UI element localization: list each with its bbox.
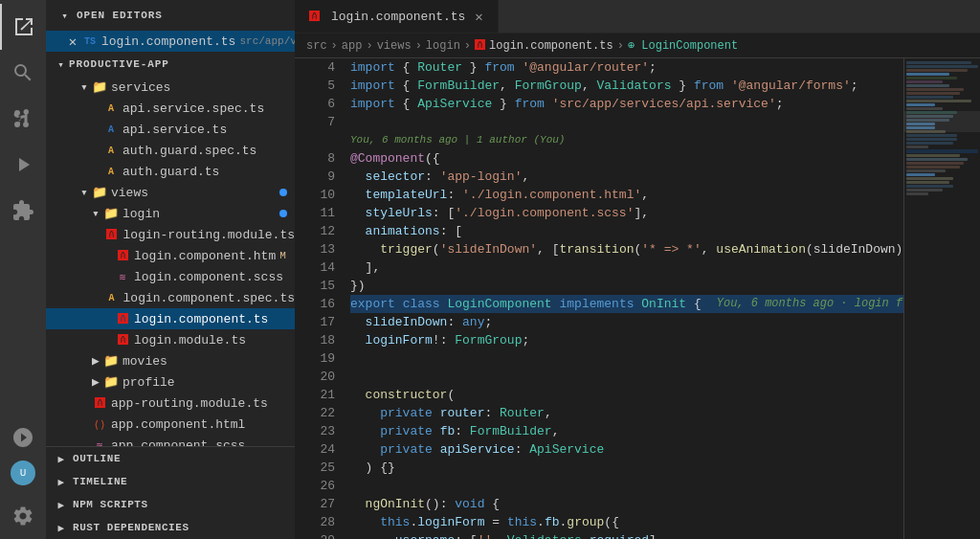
scss-icon: ≋ — [92, 438, 107, 446]
ng-icon: 🅰 — [92, 395, 107, 411]
main-content: 🅰 login.component.ts ✕ src › app › views… — [295, 0, 980, 539]
auth-guard-icon: A — [103, 164, 119, 179]
code-line — [350, 368, 903, 386]
code-line: constructor( — [350, 386, 903, 404]
folder-icon: 📁 — [92, 79, 107, 95]
code-line: private apiService: ApiService — [350, 440, 903, 459]
file-tree: ▾ 📁 services A api.service.spec.ts A api… — [46, 77, 295, 446]
sidebar-footer: ▶ OUTLINE ▶ TIMELINE ▶ NPM SCRIPTS ▶ RUS… — [46, 446, 295, 539]
api-service-file[interactable]: A api.service.ts — [46, 119, 295, 140]
timeline-chevron: ▶ — [54, 474, 69, 489]
code-line: private fb: FormBuilder, — [350, 422, 903, 440]
login-chevron: ▾ — [88, 206, 103, 221]
user-avatar[interactable]: U — [11, 460, 35, 485]
open-editors-chevron: ▾ — [57, 8, 73, 23]
movies-folder[interactable]: ▶ 📁 movies — [46, 350, 295, 371]
code-line: slideInDown: any; — [350, 313, 903, 331]
login-component-html-file[interactable]: 🅰 login.component.htm M — [46, 245, 295, 266]
code-line: username: ['', Validators.required], — [350, 531, 903, 539]
code-line: ngOnInit(): void { — [350, 495, 903, 513]
login-component-spec-file[interactable]: A login.component.spec.ts — [46, 287, 295, 308]
project-chevron: ▾ — [54, 56, 69, 72]
code-line: import { Router } from '@angular/router'… — [350, 58, 903, 77]
project-root[interactable]: ▾ PRODUCTIVE-APP — [46, 52, 295, 77]
remote-activity-item[interactable] — [0, 415, 46, 460]
ts-spec-icon: A — [103, 101, 119, 116]
code-line: this.loginForm = this.fb.group({ — [350, 513, 903, 531]
ng-icon: 🅰 — [104, 227, 120, 242]
breadcrumb: src › app › views › login › 🅰 login.comp… — [295, 34, 980, 58]
auth-guard-file[interactable]: A auth.guard.ts — [46, 161, 295, 182]
views-badge — [279, 189, 287, 196]
explorer-activity-item[interactable] — [0, 4, 46, 50]
folder-icon: 📁 — [92, 185, 107, 200]
code-line: ], — [350, 258, 903, 277]
app-routing-file[interactable]: 🅰 app-routing.module.ts — [46, 393, 295, 414]
extensions-activity-item[interactable] — [0, 188, 46, 234]
code-line: trigger('slideInDown', [transition('* =>… — [350, 240, 903, 258]
movies-chevron: ▶ — [88, 353, 103, 369]
npm-scripts-section[interactable]: ▶ NPM SCRIPTS — [46, 493, 295, 516]
blame-line: You, 6 months ago | 1 author (You) — [350, 131, 903, 149]
settings-activity-item[interactable] — [0, 493, 46, 539]
search-activity-item[interactable] — [0, 50, 46, 96]
activity-bar: U — [0, 0, 46, 539]
profile-folder[interactable]: ▶ 📁 profile — [46, 371, 295, 393]
login-component-ts-file[interactable]: 🅰 login.component.ts — [46, 308, 295, 329]
rust-dependencies-section[interactable]: ▶ RUST DEPENDENCIES — [46, 516, 295, 539]
minimap — [903, 58, 980, 539]
login-component-scss-file[interactable]: ≋ login.component.scss — [46, 266, 295, 287]
open-editor-login-component[interactable]: ✕ TS login.component.ts src/app/v... — [46, 31, 295, 52]
login-badge — [279, 210, 287, 217]
run-activity-item[interactable] — [0, 142, 46, 188]
tab-close-button[interactable]: ✕ — [471, 9, 486, 24]
outline-section[interactable]: ▶ OUTLINE — [46, 447, 295, 470]
code-lines[interactable]: import { Router } from '@angular/router'… — [343, 58, 903, 539]
code-line — [350, 349, 903, 368]
code-line: @Component({ — [350, 149, 903, 168]
code-line: }) — [350, 277, 903, 295]
login-folder[interactable]: ▾ 📁 login — [46, 203, 295, 224]
services-folder[interactable]: ▾ 📁 services — [46, 77, 295, 98]
app-component-scss-file[interactable]: ≋ app.component.scss — [46, 435, 295, 446]
close-icon[interactable]: ✕ — [65, 34, 80, 49]
tab-ng-icon: 🅰 — [306, 9, 322, 24]
html-icon: ⟨⟩ — [92, 416, 107, 432]
code-editor[interactable]: 4 5 6 7 8 9 10 11 12 13 14 15 16 17 18 1… — [295, 58, 980, 539]
scss-icon: ≋ — [115, 269, 130, 284]
code-line: export class LoginComponent implements O… — [350, 295, 903, 313]
ng-html-icon: 🅰 — [115, 248, 130, 263]
ts-icon: A — [103, 122, 119, 137]
line-numbers: 4 5 6 7 8 9 10 11 12 13 14 15 16 17 18 1… — [295, 58, 343, 539]
code-line: import { FormBuilder, FormGroup, Validat… — [350, 77, 903, 95]
auth-spec-icon: A — [103, 143, 119, 158]
services-chevron: ▾ — [77, 79, 92, 95]
api-service-spec-file[interactable]: A api.service.spec.ts — [46, 98, 295, 119]
folder-icon: 📁 — [103, 206, 119, 221]
open-editors-header[interactable]: ▾ Open Editors — [46, 0, 295, 31]
modified-badge: M — [279, 250, 286, 261]
code-line — [350, 113, 903, 131]
auth-guard-spec-file[interactable]: A auth.guard.spec.ts — [46, 140, 295, 161]
ts-file-icon: TS — [82, 34, 98, 49]
folder-icon: 📁 — [103, 353, 119, 369]
code-line: ) {} — [350, 459, 903, 477]
code-line: animations: [ — [350, 222, 903, 240]
login-routing-file[interactable]: 🅰 login-routing.module.ts — [46, 224, 295, 245]
app-component-html-file[interactable]: ⟨⟩ app.component.html — [46, 414, 295, 435]
code-line: templateUrl: './login.component.html', — [350, 186, 903, 204]
code-line: import { ApiService } from 'src/app/serv… — [350, 95, 903, 113]
profile-chevron: ▶ — [88, 374, 103, 390]
ng-icon: 🅰 — [115, 311, 130, 326]
ts-spec-icon: A — [104, 290, 120, 305]
views-folder[interactable]: ▾ 📁 views — [46, 182, 295, 203]
login-module-file[interactable]: 🅰 login.module.ts — [46, 329, 295, 350]
npm-chevron: ▶ — [54, 497, 69, 512]
outline-chevron: ▶ — [54, 451, 69, 466]
source-control-activity-item[interactable] — [0, 96, 46, 142]
breadcrumb-file-icon: 🅰 — [475, 39, 485, 52]
timeline-section[interactable]: ▶ TIMELINE — [46, 470, 295, 493]
folder-icon: 📁 — [103, 374, 119, 390]
tab-bar: 🅰 login.component.ts ✕ — [295, 0, 980, 34]
tab-login-component[interactable]: 🅰 login.component.ts ✕ — [295, 0, 499, 33]
